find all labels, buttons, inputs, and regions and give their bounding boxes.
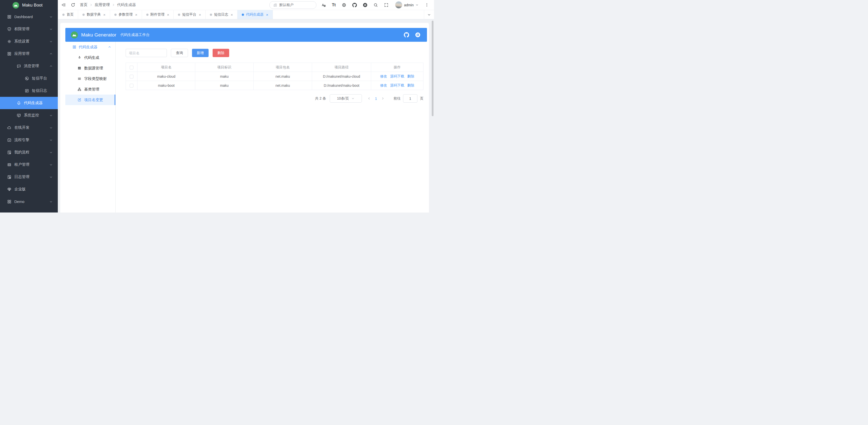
github-icon[interactable] bbox=[352, 3, 357, 7]
github-icon[interactable] bbox=[404, 32, 409, 37]
sidebar-item-短信平台[interactable]: 短信平台 bbox=[0, 72, 58, 85]
sidebar-item-企业版[interactable]: 企业版 bbox=[0, 183, 58, 195]
row-action-源码下载[interactable]: 源码下载 bbox=[390, 83, 404, 87]
row-action-删除[interactable]: 删除 bbox=[407, 74, 414, 78]
tab-dot bbox=[242, 13, 244, 16]
generator-menu-item-基类管理[interactable]: 基类管理 bbox=[65, 84, 115, 94]
collapse-sidebar-icon[interactable] bbox=[61, 2, 66, 7]
sidebar-item-Dashboard[interactable]: Dashboard bbox=[0, 10, 58, 23]
generator-title: Maku Generator bbox=[81, 32, 116, 38]
select-all-checkbox[interactable] bbox=[130, 66, 133, 69]
tab-短信日志[interactable]: 短信日志× bbox=[206, 10, 238, 19]
close-icon[interactable]: × bbox=[167, 13, 169, 17]
sidebar-item-日志管理[interactable]: 日志管理 bbox=[0, 171, 58, 183]
generator-menu-item-label: 字段类型映射 bbox=[84, 77, 107, 81]
more-options-icon[interactable] bbox=[425, 3, 429, 7]
sidebar-item-权限管理[interactable]: 权限管理 bbox=[0, 23, 58, 35]
gear-icon bbox=[7, 39, 11, 44]
sidebar-item-代码生成器[interactable]: 代码生成器 bbox=[0, 97, 58, 109]
sidebar-item-Demo[interactable]: Demo bbox=[0, 195, 58, 208]
next-page-icon[interactable] bbox=[381, 97, 384, 100]
generator-menu-header[interactable]: 代码生成器 bbox=[65, 42, 115, 52]
sitemap-icon bbox=[78, 87, 82, 91]
row-checkbox[interactable] bbox=[130, 84, 133, 87]
tab-参数管理[interactable]: 参数管理× bbox=[110, 10, 142, 19]
bell-icon bbox=[17, 101, 21, 105]
sidebar-item-短信日志[interactable]: 短信日志 bbox=[0, 85, 58, 97]
sidebar-item-我的流程[interactable]: 我的流程 bbox=[0, 146, 58, 159]
user-menu[interactable]: admin bbox=[395, 1, 419, 8]
globe-icon[interactable] bbox=[342, 3, 346, 7]
delete-button[interactable]: 删除 bbox=[213, 49, 229, 57]
row-action-修改[interactable]: 修改 bbox=[380, 74, 387, 78]
row-action-修改[interactable]: 修改 bbox=[380, 83, 387, 87]
sidebar-item-label: 权限管理 bbox=[14, 27, 29, 31]
gitee-icon[interactable] bbox=[363, 3, 367, 7]
doc-user-icon bbox=[7, 150, 11, 155]
close-icon[interactable]: × bbox=[231, 13, 233, 17]
app-root: Maku Boot Dashboard权限管理系统设置应用管理消息管理短信平台短… bbox=[0, 0, 434, 213]
fullscreen-icon[interactable] bbox=[384, 3, 389, 7]
query-button[interactable]: 查询 bbox=[171, 49, 188, 57]
breadcrumb: 首页应用管理代码生成器 bbox=[80, 2, 136, 7]
sidebar-item-在线开发[interactable]: 在线开发 bbox=[0, 121, 58, 134]
sidebar-item-系统设置[interactable]: 系统设置 bbox=[0, 35, 58, 48]
close-icon[interactable]: × bbox=[199, 13, 201, 17]
translate-icon[interactable] bbox=[321, 3, 326, 7]
topbar-icons: Tt bbox=[321, 3, 389, 7]
tab-dot bbox=[62, 13, 65, 16]
tab-首页[interactable]: 首页 bbox=[58, 10, 78, 19]
row-action-源码下载[interactable]: 源码下载 bbox=[390, 74, 404, 78]
row-action-删除[interactable]: 删除 bbox=[407, 83, 414, 87]
server-icon bbox=[78, 66, 82, 70]
close-icon[interactable]: × bbox=[103, 13, 105, 17]
gitee-inv-icon[interactable] bbox=[415, 32, 421, 37]
sidebar-item-label: 系统监控 bbox=[24, 113, 39, 118]
close-icon[interactable]: × bbox=[135, 13, 137, 17]
sidebar-item-租户管理[interactable]: 租户管理 bbox=[0, 159, 58, 171]
grid-icon bbox=[72, 45, 76, 49]
sidebar-item-系统监控[interactable]: 系统监控 bbox=[0, 109, 58, 121]
tab-短信平台[interactable]: 短信平台× bbox=[174, 10, 206, 19]
tab-label: 附件管理 bbox=[151, 12, 165, 17]
close-icon[interactable]: × bbox=[266, 13, 269, 17]
generator-menu-item-label: 代码生成 bbox=[84, 55, 99, 60]
add-button[interactable]: 新增 bbox=[192, 49, 209, 57]
generator-menu-item-数据源管理[interactable]: 数据源管理 bbox=[65, 63, 115, 74]
sidebar-item-label: Demo bbox=[14, 199, 24, 204]
tab-数据字典[interactable]: 数据字典× bbox=[78, 10, 110, 19]
chat-icon bbox=[17, 64, 21, 68]
prev-page-icon[interactable] bbox=[367, 97, 371, 100]
column-header: 项目包名 bbox=[254, 63, 312, 72]
vertical-scrollbar[interactable] bbox=[432, 21, 434, 116]
tab-list-dropdown[interactable] bbox=[424, 10, 434, 19]
content-area: Maku Generator 代码生成器工作台 代码生成器 代码生成数据源管理字… bbox=[58, 19, 434, 213]
generator-menu-item-字段类型映射[interactable]: 字段类型映射 bbox=[65, 74, 115, 84]
table-row: maku-cloudmakunet.makuD:/makunet/maku-cl… bbox=[126, 72, 424, 81]
sidebar-item-流程引擎[interactable]: 流程引擎 bbox=[0, 134, 58, 146]
tab-附件管理[interactable]: 附件管理× bbox=[142, 10, 174, 19]
generator-menu-header-label: 代码生成器 bbox=[79, 45, 97, 50]
breadcrumb-item[interactable]: 首页 bbox=[80, 2, 88, 7]
search-icon[interactable] bbox=[373, 3, 378, 7]
brand[interactable]: Maku Boot bbox=[0, 0, 58, 10]
page-size-select[interactable]: 10条/页 bbox=[330, 94, 362, 103]
chevron-down-icon bbox=[427, 13, 431, 17]
current-page[interactable]: 1 bbox=[375, 96, 377, 101]
sidebar-item-消息管理[interactable]: 消息管理 bbox=[0, 60, 58, 72]
font-size-icon[interactable]: Tt bbox=[332, 3, 336, 7]
breadcrumb-item[interactable]: 应用管理 bbox=[95, 2, 110, 7]
tab-代码生成器[interactable]: 代码生成器× bbox=[238, 10, 273, 19]
refresh-icon[interactable] bbox=[71, 2, 75, 7]
table-row: maku-bootmakunet.makuD:/makunet/maku-boo… bbox=[126, 81, 424, 90]
goto-page-input[interactable] bbox=[403, 94, 417, 103]
row-checkbox[interactable] bbox=[130, 75, 133, 79]
tenant-select[interactable]: 默认租户 bbox=[269, 1, 316, 9]
generator-menu-item-项目名变更[interactable]: 项目名变更 bbox=[65, 94, 115, 105]
chevron-right-icon bbox=[90, 3, 93, 6]
sidebar-item-应用管理[interactable]: 应用管理 bbox=[0, 48, 58, 60]
chevron-down-icon bbox=[415, 3, 419, 6]
project-name-input[interactable] bbox=[126, 49, 167, 57]
generator-content: 查询 新增 删除 项目名项目标识项目包名项目路径操作 maku-cloudmak… bbox=[116, 42, 427, 213]
generator-menu-item-代码生成[interactable]: 代码生成 bbox=[65, 52, 115, 63]
